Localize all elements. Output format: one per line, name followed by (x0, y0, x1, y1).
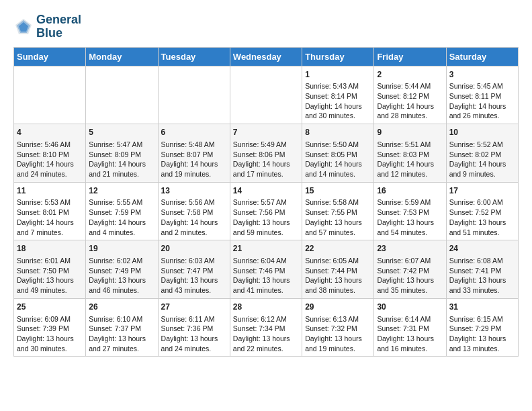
day-number: 16 (377, 185, 443, 197)
page-header: General Blue (13, 13, 519, 40)
calendar-cell: 4Sunrise: 5:46 AM Sunset: 8:10 PM Daylig… (14, 124, 86, 183)
day-info: Sunrise: 5:52 AM Sunset: 8:02 PM Dayligh… (449, 140, 515, 179)
calendar-cell: 16Sunrise: 5:59 AM Sunset: 7:53 PM Dayli… (374, 182, 446, 240)
calendar-header: SundayMondayTuesdayWednesdayThursdayFrid… (14, 47, 519, 66)
day-number: 31 (449, 302, 515, 313)
calendar-cell: 21Sunrise: 6:04 AM Sunset: 7:46 PM Dayli… (230, 240, 302, 299)
day-info: Sunrise: 6:15 AM Sunset: 7:29 PM Dayligh… (449, 314, 515, 354)
days-of-week-row: SundayMondayTuesdayWednesdayThursdayFrid… (14, 47, 519, 66)
logo-icon (13, 17, 34, 37)
calendar-cell: 9Sunrise: 5:51 AM Sunset: 8:03 PM Daylig… (374, 124, 446, 183)
day-info: Sunrise: 6:11 AM Sunset: 7:36 PM Dayligh… (161, 314, 227, 354)
calendar-cell: 18Sunrise: 6:01 AM Sunset: 7:50 PM Dayli… (14, 240, 86, 299)
day-number: 3 (449, 69, 515, 81)
day-number: 28 (233, 302, 299, 313)
day-number: 10 (449, 127, 515, 138)
day-of-week-monday: Monday (86, 47, 158, 66)
day-info: Sunrise: 6:13 AM Sunset: 7:32 PM Dayligh… (305, 314, 371, 354)
day-info: Sunrise: 6:00 AM Sunset: 7:52 PM Dayligh… (449, 197, 515, 237)
calendar-cell: 23Sunrise: 6:07 AM Sunset: 7:42 PM Dayli… (374, 240, 446, 299)
logo-text: General Blue (36, 13, 81, 40)
calendar-week-3: 11Sunrise: 5:53 AM Sunset: 8:01 PM Dayli… (14, 182, 519, 240)
day-number: 29 (305, 302, 371, 313)
calendar-cell: 25Sunrise: 6:09 AM Sunset: 7:39 PM Dayli… (14, 298, 86, 357)
day-info: Sunrise: 6:04 AM Sunset: 7:46 PM Dayligh… (233, 256, 299, 295)
calendar-cell: 6Sunrise: 5:48 AM Sunset: 8:07 PM Daylig… (158, 124, 230, 183)
day-info: Sunrise: 6:02 AM Sunset: 7:49 PM Dayligh… (89, 256, 154, 295)
day-info: Sunrise: 5:46 AM Sunset: 8:10 PM Dayligh… (17, 140, 83, 179)
day-info: Sunrise: 5:59 AM Sunset: 7:53 PM Dayligh… (377, 197, 443, 237)
calendar-cell (14, 66, 86, 124)
day-info: Sunrise: 6:03 AM Sunset: 7:47 PM Dayligh… (161, 256, 227, 295)
day-number: 2 (377, 69, 443, 81)
day-info: Sunrise: 6:10 AM Sunset: 7:37 PM Dayligh… (89, 314, 154, 354)
calendar-cell: 5Sunrise: 5:47 AM Sunset: 8:09 PM Daylig… (86, 124, 158, 183)
calendar-cell: 2Sunrise: 5:44 AM Sunset: 8:12 PM Daylig… (374, 66, 446, 124)
calendar-cell: 10Sunrise: 5:52 AM Sunset: 8:02 PM Dayli… (446, 124, 518, 183)
day-info: Sunrise: 5:57 AM Sunset: 7:56 PM Dayligh… (233, 197, 299, 237)
day-number: 12 (89, 185, 154, 197)
day-number: 4 (17, 127, 83, 138)
day-info: Sunrise: 6:14 AM Sunset: 7:31 PM Dayligh… (377, 314, 443, 354)
day-info: Sunrise: 5:50 AM Sunset: 8:05 PM Dayligh… (305, 140, 371, 179)
calendar-cell: 19Sunrise: 6:02 AM Sunset: 7:49 PM Dayli… (86, 240, 158, 299)
calendar-cell: 3Sunrise: 5:45 AM Sunset: 8:11 PM Daylig… (446, 66, 518, 124)
day-info: Sunrise: 5:48 AM Sunset: 8:07 PM Dayligh… (161, 140, 227, 179)
day-info: Sunrise: 6:12 AM Sunset: 7:34 PM Dayligh… (233, 314, 299, 354)
day-number: 26 (89, 302, 154, 313)
day-number: 6 (161, 127, 227, 138)
calendar-body: 1Sunrise: 5:43 AM Sunset: 8:14 PM Daylig… (14, 66, 519, 357)
calendar-week-1: 1Sunrise: 5:43 AM Sunset: 8:14 PM Daylig… (14, 66, 519, 124)
calendar-cell: 7Sunrise: 5:49 AM Sunset: 8:06 PM Daylig… (230, 124, 302, 183)
calendar-week-2: 4Sunrise: 5:46 AM Sunset: 8:10 PM Daylig… (14, 124, 519, 183)
day-of-week-thursday: Thursday (302, 47, 374, 66)
day-number: 17 (449, 185, 515, 197)
calendar-cell (230, 66, 302, 124)
calendar-week-4: 18Sunrise: 6:01 AM Sunset: 7:50 PM Dayli… (14, 240, 519, 299)
calendar-cell: 8Sunrise: 5:50 AM Sunset: 8:05 PM Daylig… (302, 124, 374, 183)
day-info: Sunrise: 5:47 AM Sunset: 8:09 PM Dayligh… (89, 140, 154, 179)
day-of-week-tuesday: Tuesday (158, 47, 230, 66)
day-of-week-saturday: Saturday (446, 47, 518, 66)
day-number: 5 (89, 127, 154, 138)
calendar-cell: 13Sunrise: 5:56 AM Sunset: 7:58 PM Dayli… (158, 182, 230, 240)
day-number: 18 (17, 243, 83, 255)
day-info: Sunrise: 5:56 AM Sunset: 7:58 PM Dayligh… (161, 197, 227, 237)
day-number: 14 (233, 185, 299, 197)
day-number: 8 (305, 127, 371, 138)
calendar-cell: 15Sunrise: 5:58 AM Sunset: 7:55 PM Dayli… (302, 182, 374, 240)
day-info: Sunrise: 5:45 AM Sunset: 8:11 PM Dayligh… (449, 81, 515, 121)
day-info: Sunrise: 5:55 AM Sunset: 7:59 PM Dayligh… (89, 197, 154, 237)
day-number: 27 (161, 302, 227, 313)
day-of-week-wednesday: Wednesday (230, 47, 302, 66)
logo: General Blue (13, 13, 81, 40)
day-info: Sunrise: 5:49 AM Sunset: 8:06 PM Dayligh… (233, 140, 299, 179)
day-number: 30 (377, 302, 443, 313)
calendar-cell: 29Sunrise: 6:13 AM Sunset: 7:32 PM Dayli… (302, 298, 374, 357)
day-info: Sunrise: 5:58 AM Sunset: 7:55 PM Dayligh… (305, 197, 371, 237)
day-number: 11 (17, 185, 83, 197)
calendar-table: SundayMondayTuesdayWednesdayThursdayFrid… (13, 47, 519, 357)
calendar-cell (86, 66, 158, 124)
day-number: 15 (305, 185, 371, 197)
day-info: Sunrise: 5:44 AM Sunset: 8:12 PM Dayligh… (377, 81, 443, 121)
day-of-week-sunday: Sunday (14, 47, 86, 66)
calendar-cell: 28Sunrise: 6:12 AM Sunset: 7:34 PM Dayli… (230, 298, 302, 357)
day-number: 19 (89, 243, 154, 255)
calendar-cell: 27Sunrise: 6:11 AM Sunset: 7:36 PM Dayli… (158, 298, 230, 357)
calendar-cell: 12Sunrise: 5:55 AM Sunset: 7:59 PM Dayli… (86, 182, 158, 240)
calendar-cell: 14Sunrise: 5:57 AM Sunset: 7:56 PM Dayli… (230, 182, 302, 240)
day-info: Sunrise: 6:09 AM Sunset: 7:39 PM Dayligh… (17, 314, 83, 354)
calendar-cell: 31Sunrise: 6:15 AM Sunset: 7:29 PM Dayli… (446, 298, 518, 357)
day-number: 25 (17, 302, 83, 313)
calendar-cell (158, 66, 230, 124)
day-number: 7 (233, 127, 299, 138)
day-number: 21 (233, 243, 299, 255)
calendar-cell: 20Sunrise: 6:03 AM Sunset: 7:47 PM Dayli… (158, 240, 230, 299)
day-info: Sunrise: 6:01 AM Sunset: 7:50 PM Dayligh… (17, 256, 83, 295)
calendar-cell: 30Sunrise: 6:14 AM Sunset: 7:31 PM Dayli… (374, 298, 446, 357)
day-number: 23 (377, 243, 443, 255)
calendar-cell: 26Sunrise: 6:10 AM Sunset: 7:37 PM Dayli… (86, 298, 158, 357)
calendar-week-5: 25Sunrise: 6:09 AM Sunset: 7:39 PM Dayli… (14, 298, 519, 357)
day-info: Sunrise: 6:07 AM Sunset: 7:42 PM Dayligh… (377, 256, 443, 295)
